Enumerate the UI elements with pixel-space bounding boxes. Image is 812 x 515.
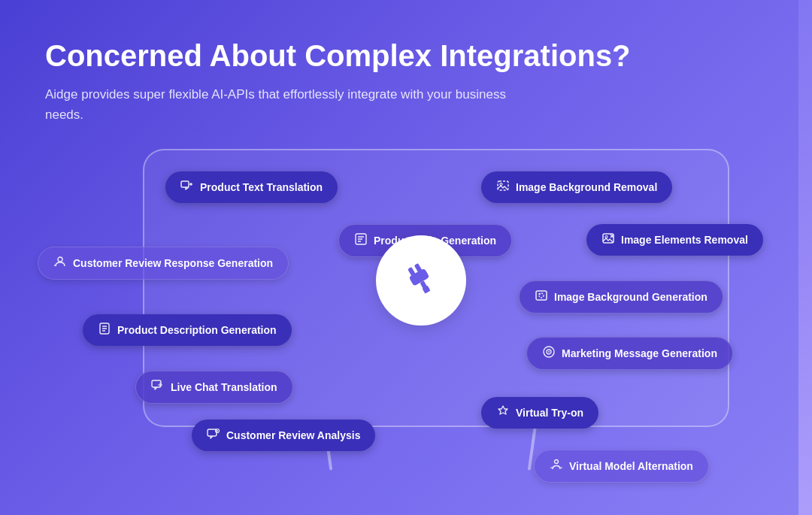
svg-point-25: [555, 460, 559, 464]
page-subtext: Aidge provides super flexible AI-APIs th…: [45, 84, 534, 125]
pill-image-background-removal[interactable]: Image Background Removal: [481, 171, 672, 203]
svg-point-22: [548, 351, 550, 353]
pill-product-description-generation[interactable]: Product Description Generation: [83, 314, 292, 346]
svg-rect-19: [152, 380, 161, 387]
pill-label: Product Description Generation: [117, 324, 277, 336]
center-circle: [376, 235, 466, 326]
pill-label: Virtual Try-on: [516, 407, 583, 419]
pill-marketing-message-generation[interactable]: Marketing Message Generation: [526, 337, 733, 370]
pill-label: Customer Review Response Generation: [73, 257, 273, 269]
svg-rect-6: [181, 181, 189, 187]
pill-image-background-generation[interactable]: Image Background Generation: [519, 280, 723, 314]
pill-virtual-model-alternation[interactable]: Virtual Model Alternation: [534, 450, 709, 483]
svg-point-12: [605, 236, 607, 238]
image-removal-icon: [496, 179, 510, 195]
pill-live-chat-translation[interactable]: Live Chat Translation: [135, 371, 293, 404]
marketing-icon: [542, 345, 556, 362]
bg-generation-icon: [535, 289, 548, 305]
pill-product-text-translation[interactable]: Product Text Translation: [165, 171, 338, 203]
user-chat-icon: [53, 255, 67, 271]
pill-label: Live Chat Translation: [171, 381, 277, 393]
pill-customer-review-response[interactable]: Customer Review Response Generation: [38, 247, 289, 280]
pill-label: Marketing Message Generation: [562, 347, 717, 359]
pill-virtual-tryon[interactable]: Virtual Try-on: [481, 397, 598, 429]
title-icon: [354, 232, 368, 249]
right-decorative-strip: [798, 0, 812, 515]
virtual-model-icon: [550, 458, 563, 474]
pill-image-elements-removal[interactable]: Image Elements Removal: [586, 224, 763, 256]
description-icon: [98, 322, 111, 338]
pill-label: Image Background Generation: [554, 291, 707, 303]
image-elements-icon: [601, 232, 615, 248]
pill-customer-review-analysis[interactable]: Customer Review Analysis: [192, 420, 375, 451]
pill-label: Image Elements Removal: [621, 234, 748, 246]
pill-label: Customer Review Analysis: [226, 429, 360, 441]
translate-icon: [180, 179, 194, 195]
svg-rect-16: [536, 291, 547, 300]
plug-icon: [398, 258, 444, 303]
pill-label: Product Text Translation: [200, 181, 323, 193]
page-container: Concerned About Complex Integrations? Ai…: [0, 0, 812, 515]
review-analysis-icon: [207, 427, 220, 444]
pill-label: Virtual Model Alternation: [569, 460, 693, 472]
chat-icon: [151, 379, 165, 395]
svg-point-9: [58, 257, 62, 262]
pill-label: Image Background Removal: [516, 181, 657, 193]
svg-point-18: [538, 293, 540, 295]
tryon-icon: [496, 404, 510, 421]
svg-point-8: [500, 183, 502, 186]
page-heading: Concerned About Complex Integrations?: [45, 38, 767, 74]
diagram-area: Product Text Translation Image Backgroun…: [45, 149, 767, 472]
